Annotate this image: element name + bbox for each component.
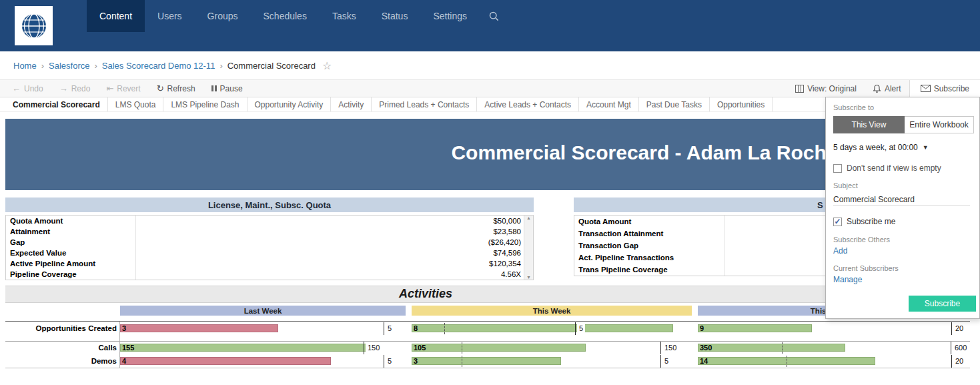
value-bar[interactable] xyxy=(412,344,586,352)
search-button[interactable] xyxy=(480,0,508,32)
add-link[interactable]: Add xyxy=(833,246,847,256)
nav-item-tasks[interactable]: Tasks xyxy=(320,0,369,32)
schedule-dropdown[interactable]: 5 days a week, at 00:00 ▼ xyxy=(833,143,929,152)
row-label: Pipeline Coverage xyxy=(6,269,136,280)
breadcrumb-home[interactable]: Home xyxy=(13,61,37,71)
subscribe-target-toggle: This View Entire Workbook xyxy=(833,116,974,133)
breadcrumb-separator: › xyxy=(94,61,97,71)
target-tick xyxy=(384,322,384,335)
manage-link[interactable]: Manage xyxy=(833,275,862,284)
schedule-value: 5 days a week, at 00:00 xyxy=(833,143,918,152)
redo-button[interactable]: → Redo xyxy=(51,80,99,97)
tab-activity[interactable]: Activity xyxy=(331,97,372,111)
row-label: Attainment xyxy=(6,226,136,237)
target-tick xyxy=(660,355,661,368)
value-bar[interactable] xyxy=(412,324,673,332)
row-value: ($26,420) xyxy=(136,238,533,246)
tab-lms-pipeline-dash[interactable]: LMS Pipeline Dash xyxy=(163,97,247,111)
bar-value-label: 3 xyxy=(414,357,418,365)
this-view-button[interactable]: This View xyxy=(833,116,905,133)
breadcrumb-workbook[interactable]: Sales Scorecard Demo 12-11 xyxy=(102,61,215,71)
table-row: Quota Amount $50,000 xyxy=(6,216,533,226)
license-quota-table: License, Maint., Subsc. Quota Quota Amou… xyxy=(5,198,534,280)
subscribe-me-label: Subscribe me xyxy=(847,217,895,226)
subscribe-me-checkbox[interactable]: ✓ xyxy=(833,218,842,226)
tab-account-mgt[interactable]: Account Mgt xyxy=(579,97,639,111)
target-label: 5 xyxy=(577,324,585,332)
search-icon xyxy=(489,11,499,21)
row-value: $74,596 xyxy=(136,249,533,257)
comparison-dashed-line xyxy=(462,356,462,367)
breadcrumb-salesforce[interactable]: Salesforce xyxy=(49,61,89,71)
value-bar[interactable] xyxy=(120,324,278,332)
bar-value-label: 350 xyxy=(700,344,712,352)
chart-cell: 3 5 xyxy=(412,356,692,367)
subject-input[interactable] xyxy=(833,194,970,206)
subscribe-submit-button[interactable]: Subscribe xyxy=(909,296,976,312)
scroll-down-icon[interactable]: ▼ xyxy=(526,275,531,280)
logo[interactable] xyxy=(15,6,53,45)
subscribe-button-toolbar[interactable]: Subscribe xyxy=(909,80,980,97)
row-value: 4.56X xyxy=(136,270,533,278)
row-label: Expected Value xyxy=(6,248,136,258)
row-value: $23,580 xyxy=(136,228,533,236)
tab-lms-quota[interactable]: LMS Quota xyxy=(108,97,164,111)
chart-cell: 14 20 xyxy=(698,356,964,367)
redo-icon: → xyxy=(59,84,68,93)
undo-button[interactable]: ← Undo xyxy=(4,80,51,97)
bar-value-label: 155 xyxy=(122,344,134,352)
value-bar[interactable] xyxy=(698,344,845,352)
entire-workbook-button[interactable]: Entire Workbook xyxy=(905,116,974,133)
breadcrumb-separator: › xyxy=(219,61,222,71)
nav-item-settings[interactable]: Settings xyxy=(420,0,480,32)
target-tick xyxy=(575,322,576,335)
row-label: Gap xyxy=(6,237,136,248)
value-bar[interactable] xyxy=(698,324,812,332)
nav-item-content[interactable]: Content xyxy=(87,0,145,32)
table-row: Attainment $23,580 xyxy=(6,226,533,237)
comparison-dashed-line xyxy=(787,356,787,367)
dont-send-checkbox-row[interactable]: Don't send if view is empty xyxy=(833,163,941,173)
header-text: S xyxy=(817,200,823,210)
table-row: Gap ($26,420) xyxy=(6,237,533,248)
nav-item-status[interactable]: Status xyxy=(369,0,421,32)
target-tick xyxy=(951,322,952,335)
table-scrollbar[interactable]: ▲ ▼ xyxy=(524,216,533,280)
subscribe-me-checkbox-row[interactable]: ✓ Subscribe me xyxy=(833,217,895,226)
tab-primed-leads-contacts[interactable]: Primed Leads + Contacts xyxy=(372,97,477,111)
chart-cell: 9 20 xyxy=(698,323,964,334)
chart-cell: 105 150 xyxy=(412,342,692,354)
nav-item-users[interactable]: Users xyxy=(145,0,195,32)
target-label: 20 xyxy=(953,357,965,365)
row-label: Act. Pipeline Transactions xyxy=(574,252,725,264)
value-bar[interactable] xyxy=(412,357,561,365)
chart-cell: 3 5 xyxy=(120,323,406,334)
dont-send-label: Don't send if view is empty xyxy=(847,163,941,173)
redo-label: Redo xyxy=(71,84,91,93)
refresh-button[interactable]: ↻ Refresh xyxy=(149,80,203,97)
nav-item-groups[interactable]: Groups xyxy=(195,0,251,32)
view-original-label: View: Original xyxy=(807,84,857,93)
tab-past-due-tasks[interactable]: Past Due Tasks xyxy=(639,97,710,111)
target-label: 5 xyxy=(386,324,394,332)
tab-opportunity-activity[interactable]: Opportunity Activity xyxy=(248,97,332,111)
revert-button[interactable]: ⇤ Revert xyxy=(98,80,148,97)
view-original-button[interactable]: View: Original xyxy=(787,80,865,97)
tab-opportunities[interactable]: Opportunities xyxy=(710,97,773,111)
nav-item-schedules[interactable]: Schedules xyxy=(251,0,320,32)
tableau-server-app: Content Users Groups Schedules Tasks Sta… xyxy=(0,0,980,385)
scroll-up-icon[interactable]: ▲ xyxy=(526,216,531,220)
tab-commercial-scorecard[interactable]: Commercial Scorecard xyxy=(5,97,108,111)
alert-button[interactable]: Alert xyxy=(865,80,909,97)
tab-active-leads-contacts[interactable]: Active Leads + Contacts xyxy=(477,97,579,111)
table-row: Pipeline Coverage 4.56X xyxy=(6,269,533,280)
breadcrumb-current-view: Commercial Scorecard xyxy=(227,61,316,71)
dont-send-checkbox[interactable] xyxy=(833,164,842,173)
pause-button[interactable]: Pause xyxy=(203,80,251,97)
value-bar[interactable] xyxy=(120,357,331,365)
favorite-star-icon[interactable]: ☆ xyxy=(322,59,332,72)
subscribe-others-label: Subscribe Others xyxy=(833,236,890,244)
top-nav-bar: Content Users Groups Schedules Tasks Sta… xyxy=(0,0,980,51)
value-bar[interactable] xyxy=(120,344,372,352)
toolbar-right-group: View: Original Alert Subscribe xyxy=(787,80,980,97)
